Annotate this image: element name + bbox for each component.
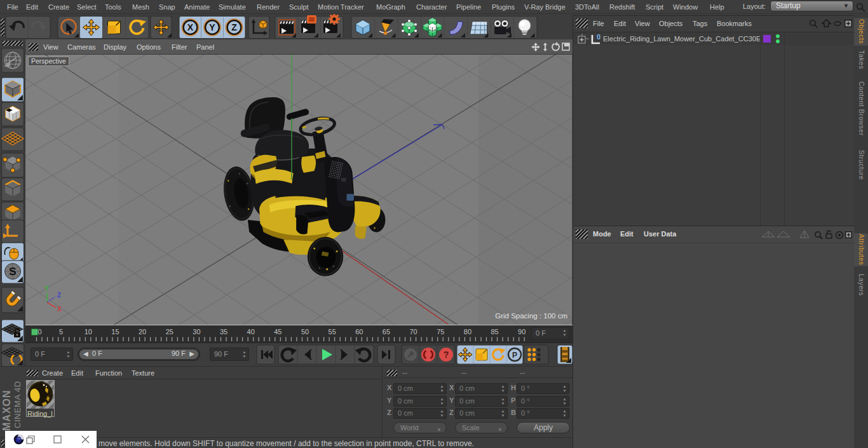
svg-text:90: 90 — [518, 328, 526, 336]
svg-text:Y: Y — [209, 22, 215, 32]
svg-text:65: 65 — [383, 328, 390, 336]
svg-text:X: X — [57, 306, 62, 313]
svg-text:15: 15 — [111, 328, 119, 336]
svg-text:20: 20 — [139, 328, 146, 336]
svg-text:S: S — [9, 266, 16, 278]
svg-text:45: 45 — [274, 328, 281, 336]
svg-text:25: 25 — [166, 328, 173, 336]
svg-text:50: 50 — [301, 328, 309, 336]
svg-text:40: 40 — [247, 328, 255, 336]
svg-text:0: 0 — [38, 328, 42, 336]
svg-text:80: 80 — [464, 328, 471, 336]
svg-text:P: P — [512, 351, 517, 360]
svg-text:?: ? — [444, 350, 449, 360]
svg-text:60: 60 — [355, 328, 363, 336]
svg-text:70: 70 — [409, 328, 417, 336]
svg-text:30: 30 — [193, 328, 200, 336]
svg-text:Z: Z — [57, 292, 61, 299]
svg-text:55: 55 — [329, 328, 336, 336]
svg-text:5: 5 — [59, 328, 63, 336]
svg-text:X: X — [187, 22, 194, 32]
svg-text:35: 35 — [220, 328, 227, 336]
svg-text:Y: Y — [44, 285, 49, 292]
svg-text:10: 10 — [85, 328, 92, 336]
svg-text:0: 0 — [597, 34, 600, 41]
svg-text:85: 85 — [491, 328, 498, 336]
svg-text:Z: Z — [231, 22, 237, 32]
svg-text:75: 75 — [437, 328, 444, 336]
